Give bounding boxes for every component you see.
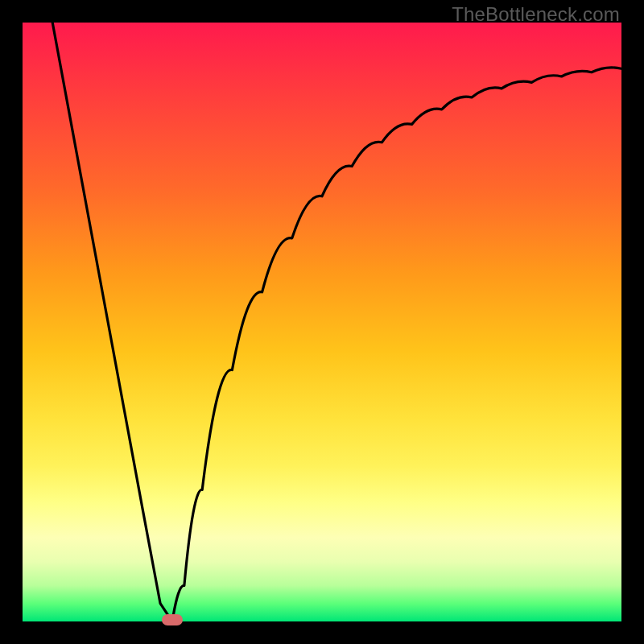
plot-area (23, 23, 621, 621)
curve-layer (23, 23, 621, 621)
chart-frame: TheBottleneck.com (0, 0, 644, 644)
bottleneck-curve (52, 23, 621, 621)
optimal-point-marker (162, 614, 183, 625)
